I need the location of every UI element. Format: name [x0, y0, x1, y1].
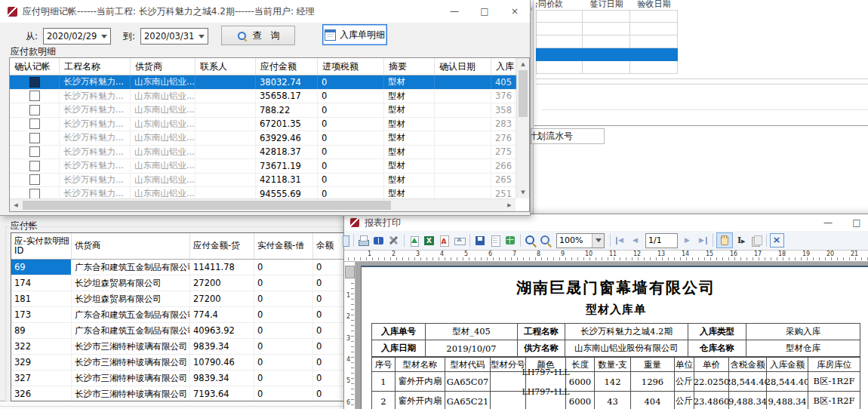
confirm-checkbox[interactable] — [29, 77, 40, 88]
contact-cell[interactable] — [195, 174, 256, 187]
credit-cell[interactable]: 27200 — [190, 291, 254, 306]
tools-icon[interactable] — [387, 234, 401, 248]
tax-cell[interactable]: 0 — [318, 90, 384, 103]
column-header[interactable]: 确认日期 — [435, 58, 491, 75]
debit-cell[interactable]: 0 — [254, 339, 313, 354]
maximize-button[interactable]: □ — [842, 214, 868, 231]
page-number-input[interactable]: 1/1 — [645, 233, 678, 248]
id-cell[interactable]: 327 — [11, 371, 72, 386]
balance-cell[interactable]: 0 — [313, 355, 344, 370]
book-icon[interactable] — [372, 234, 386, 248]
panel-icon[interactable] — [344, 234, 350, 248]
column-header[interactable]: 应-实付款明细ID — [11, 233, 72, 259]
confirm-date-cell[interactable] — [435, 75, 491, 89]
credit-cell[interactable]: 40963.92 — [190, 323, 254, 338]
checkbox-cell[interactable] — [10, 75, 60, 89]
summary-cell[interactable]: 型材 — [384, 174, 435, 187]
balance-cell[interactable]: 0 — [313, 260, 344, 275]
summary-cell[interactable]: 型材 — [384, 146, 435, 159]
grid-row[interactable]: 长沙万科魅力...山东南山铝业...788.220型材358 — [10, 103, 517, 118]
amount-cell[interactable]: 42818.37 — [256, 146, 318, 159]
project-cell[interactable]: 长沙万科魅力... — [60, 131, 131, 145]
column-header[interactable]: 进项税额 — [318, 58, 384, 75]
tax-cell[interactable]: 0 — [318, 131, 384, 145]
contact-cell[interactable] — [195, 159, 256, 173]
hand-tool-icon[interactable] — [716, 232, 733, 248]
supplier-cell[interactable]: 山东南山铝业... — [131, 118, 195, 131]
column-header[interactable]: 实付金额-借 — [254, 233, 313, 259]
project-cell[interactable]: 长沙万科魅力... — [60, 118, 131, 131]
summary-cell[interactable]: 型材 — [384, 131, 435, 145]
tax-cell[interactable]: 0 — [318, 174, 384, 187]
confirm-date-cell[interactable] — [435, 131, 491, 145]
debit-cell[interactable]: 0 — [254, 386, 313, 401]
supplier-cell[interactable]: 山东南山铝业... — [131, 75, 195, 89]
balance-cell[interactable]: 0 — [313, 371, 344, 386]
checkbox-cell[interactable] — [10, 174, 60, 187]
confirm-date-cell[interactable] — [435, 159, 491, 173]
last-page-icon[interactable] — [696, 234, 709, 248]
supplier-cell[interactable]: 山东南山铝业... — [131, 103, 195, 117]
grid-row[interactable]: 69广东合和建筑五金制品有限公司11411.7800 — [11, 260, 344, 275]
credit-cell[interactable]: 27200 — [190, 275, 254, 291]
vertical-scrollbar[interactable]: ▲ ▼ — [516, 58, 529, 198]
inbound-no-cell[interactable]: 275 — [491, 146, 516, 159]
mail-icon[interactable] — [453, 234, 466, 248]
chevron-down-icon[interactable] — [195, 32, 208, 42]
checkbox-cell[interactable] — [10, 146, 60, 159]
credit-cell[interactable]: 7193.64 — [190, 386, 254, 401]
tax-cell[interactable]: 0 — [318, 159, 384, 173]
report-titlebar[interactable]: 报表打印 — □ × — [344, 214, 868, 231]
amount-cell[interactable]: 38032.74 — [256, 75, 318, 89]
payable-detail-titlebar[interactable]: 应付明细记帐------当前工程: 长沙万科魅力之城4.2期------当前用户… — [0, 0, 530, 23]
debit-cell[interactable]: 0 — [254, 275, 313, 291]
column-header[interactable]: 余额 — [313, 233, 344, 259]
confirm-checkbox[interactable] — [29, 133, 40, 143]
debit-cell[interactable]: 0 — [254, 307, 313, 322]
project-cell[interactable]: 长沙万科魅力... — [60, 103, 131, 117]
id-cell[interactable]: 89 — [11, 323, 72, 338]
minimize-button[interactable]: — — [439, 0, 469, 23]
balance-cell[interactable]: 0 — [313, 323, 344, 338]
confirm-date-cell[interactable] — [435, 146, 491, 159]
zoom-out-icon[interactable] — [539, 234, 553, 248]
project-cell[interactable]: 长沙万科魅力... — [60, 75, 131, 89]
grid-row[interactable]: 长沙万科魅力...山东南山铝业...38032.740型材405 — [10, 75, 517, 90]
scroll-right-icon[interactable]: ▶ — [503, 199, 516, 211]
supplier-cell[interactable]: 山东南山铝业... — [131, 174, 195, 187]
confirm-checkbox[interactable] — [29, 189, 40, 198]
scrollbar-thumb[interactable] — [519, 70, 528, 117]
column-header[interactable]: 确认记帐 — [10, 58, 60, 75]
grid-row[interactable]: 181长沙坦森贸易有限公司2720000 — [11, 291, 344, 307]
balance-cell[interactable]: 0 — [313, 275, 344, 291]
maximize-button[interactable]: □ — [469, 0, 500, 23]
query-button[interactable]: 查 询 — [221, 26, 295, 45]
balance-cell[interactable]: 0 — [313, 339, 344, 354]
amount-cell[interactable]: 35658.17 — [256, 90, 318, 103]
close-preview-icon[interactable] — [770, 233, 784, 248]
supplier-cell[interactable]: 长沙市三湘特种玻璃有限公司 — [72, 386, 190, 401]
confirm-checkbox[interactable] — [29, 146, 40, 157]
inbound-no-cell[interactable]: 265 — [491, 174, 516, 187]
contact-cell[interactable] — [195, 75, 256, 89]
column-header[interactable]: 应付金额-贷 — [190, 233, 254, 259]
debit-cell[interactable]: 0 — [254, 260, 313, 275]
inbound-no-cell[interactable]: 376 — [491, 90, 516, 103]
id-cell[interactable]: 173 — [11, 307, 72, 322]
grid-row[interactable]: 长沙万科魅力...山东南山铝业...67201.350型材283 — [10, 118, 517, 132]
checkbox-cell[interactable] — [10, 131, 60, 145]
grid-row[interactable] — [536, 10, 678, 23]
next-page-icon[interactable] — [681, 234, 694, 248]
supplier-cell[interactable]: 长沙市三湘特种玻璃有限公司 — [72, 339, 190, 354]
amount-cell[interactable]: 67201.35 — [256, 118, 318, 131]
summary-cell[interactable]: 型材 — [384, 187, 435, 198]
summary-cell[interactable]: 型材 — [384, 118, 435, 131]
inbound-no-cell[interactable]: 251 — [491, 187, 516, 198]
export-icon[interactable] — [408, 234, 421, 248]
contact-cell[interactable] — [195, 187, 256, 198]
tax-cell[interactable]: 0 — [318, 146, 384, 159]
inbound-no-cell[interactable]: 405 — [491, 75, 516, 89]
column-header[interactable]: 应付金额 — [256, 58, 318, 75]
prev-page-icon[interactable] — [629, 234, 642, 248]
grid-row[interactable] — [536, 61, 678, 74]
